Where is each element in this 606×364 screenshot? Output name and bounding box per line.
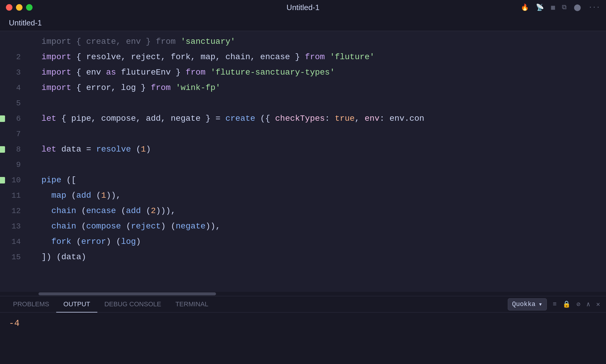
editor-tab[interactable]: Untitled-1 xyxy=(9,18,42,28)
line-number: 13 xyxy=(0,222,27,231)
panel-actions: Quokka ▾ ≡ 🔒 ⊘ ∧ ✕ xyxy=(508,298,600,310)
tab-output[interactable]: OUTPUT xyxy=(56,296,97,313)
line-number: 11 xyxy=(0,191,27,200)
clear-icon[interactable]: ⊘ xyxy=(576,300,580,308)
line-number: 2 xyxy=(0,53,27,62)
line-content: chain (encase (add (2))), xyxy=(27,203,176,219)
line-content: map (add (1)), xyxy=(27,188,121,203)
close-panel-icon[interactable]: ✕ xyxy=(596,300,600,308)
line-content: pipe ([ xyxy=(27,173,76,188)
table-row: 9 xyxy=(0,157,606,173)
traffic-lights xyxy=(6,4,33,11)
main-layout: Untitled-1 import { create, env } from '… xyxy=(0,15,606,364)
layout-icon[interactable]: ▦ xyxy=(551,4,555,12)
table-row: import { create, env } from 'sanctuary' xyxy=(0,34,606,49)
line-number: 14 xyxy=(0,237,27,246)
table-row: 3 import { env as flutureEnv } from 'flu… xyxy=(0,65,606,80)
output-panel: PROBLEMS OUTPUT DEBUG CONSOLE TERMINAL Q… xyxy=(0,296,606,364)
line-number: 7 xyxy=(0,130,27,138)
close-button[interactable] xyxy=(6,4,12,11)
table-row: 5 xyxy=(0,96,606,111)
output-source-dropdown[interactable]: Quokka ▾ xyxy=(508,298,547,310)
flame-icon[interactable]: 🔥 xyxy=(521,4,529,12)
line-content: let data = resolve (1) xyxy=(27,142,151,157)
window-title: Untitled-1 xyxy=(286,3,319,12)
panel-tab-bar: PROBLEMS OUTPUT DEBUG CONSOLE TERMINAL Q… xyxy=(0,296,606,313)
line-content: import { resolve, reject, fork, map, cha… xyxy=(27,49,375,65)
lock-icon[interactable]: 🔒 xyxy=(563,300,570,308)
table-row: 11 map (add (1)), xyxy=(0,188,606,203)
table-row: 4 import { error, log } from 'wink-fp' xyxy=(0,80,606,96)
chevron-down-icon: ▾ xyxy=(539,300,542,308)
split-icon[interactable]: ⧉ xyxy=(562,4,567,11)
broadcast-icon[interactable]: 📡 xyxy=(536,4,544,12)
horizontal-scrollbar[interactable] xyxy=(0,292,606,296)
chevron-up-icon[interactable]: ∧ xyxy=(586,300,590,308)
output-value: -4 xyxy=(9,318,20,328)
titlebar-actions: 🔥 📡 ▦ ⧉ ⬤ ··· xyxy=(521,4,600,12)
panel-output-content: -4 xyxy=(0,313,606,334)
tab-terminal[interactable]: TERMINAL xyxy=(168,296,215,313)
titlebar: Untitled-1 🔥 📡 ▦ ⧉ ⬤ ··· xyxy=(0,0,606,15)
line-number: 10 xyxy=(0,176,27,185)
table-row: 6 let { pipe, compose, add, negate } = c… xyxy=(0,111,606,126)
breakpoint-dot[interactable] xyxy=(0,115,5,122)
table-row: 15 ]) (data) xyxy=(0,249,606,265)
code-lines: import { create, env } from 'sanctuary' … xyxy=(0,31,606,268)
table-row: 13 chain (compose (reject) (negate)), xyxy=(0,219,606,234)
table-row: 7 xyxy=(0,126,606,142)
table-row: 8 let data = resolve (1) xyxy=(0,142,606,157)
line-content: chain (compose (reject) (negate)), xyxy=(27,219,220,234)
tab-problems[interactable]: PROBLEMS xyxy=(6,296,56,313)
line-content: fork (error) (log) xyxy=(27,234,141,249)
line-number: 8 xyxy=(0,145,27,154)
maximize-button[interactable] xyxy=(26,4,33,11)
line-content: import { error, log } from 'wink-fp' xyxy=(27,80,220,96)
table-row: 12 chain (encase (add (2))), xyxy=(0,203,606,219)
editor-header: Untitled-1 xyxy=(0,15,606,31)
tab-debug-console[interactable]: DEBUG CONSOLE xyxy=(97,296,168,313)
line-number: 5 xyxy=(0,99,27,108)
line-content: import { create, env } from 'sanctuary' xyxy=(27,34,235,49)
line-content: let { pipe, compose, add, negate } = cre… xyxy=(27,111,424,126)
list-filter-icon[interactable]: ≡ xyxy=(553,301,557,308)
editor-area: Untitled-1 import { create, env } from '… xyxy=(0,15,606,296)
minimize-button[interactable] xyxy=(16,4,22,11)
table-row: 2 import { resolve, reject, fork, map, c… xyxy=(0,49,606,65)
line-number: 15 xyxy=(0,253,27,262)
line-number: 4 xyxy=(0,83,27,92)
line-number: 9 xyxy=(0,160,27,169)
more-icon[interactable]: ··· xyxy=(588,4,600,11)
table-row: 10 pipe ([ xyxy=(0,173,606,188)
scrollbar-thumb[interactable] xyxy=(38,292,216,295)
line-content: import { env as flutureEnv } from 'flutu… xyxy=(27,65,335,80)
breakpoint-dot[interactable] xyxy=(0,177,5,183)
table-row: 14 fork (error) (log) xyxy=(0,234,606,249)
code-editor[interactable]: import { create, env } from 'sanctuary' … xyxy=(0,31,606,292)
line-number: 12 xyxy=(0,207,27,215)
line-number: 3 xyxy=(0,68,27,77)
breakpoint-dot[interactable] xyxy=(0,146,5,153)
line-content: ]) (data) xyxy=(27,249,86,265)
line-number: 6 xyxy=(0,114,27,123)
circle-icon: ⬤ xyxy=(574,4,581,12)
